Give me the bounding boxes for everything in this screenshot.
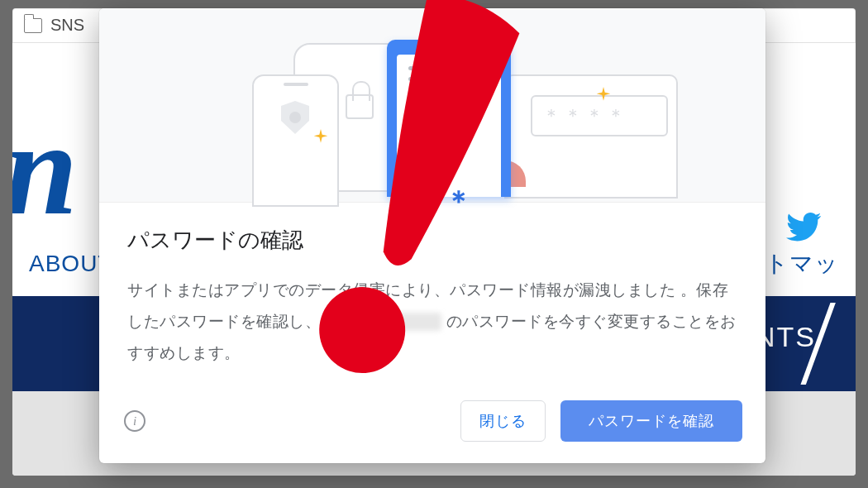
sparkle-icon [595, 87, 612, 103]
close-button[interactable]: 閉じる [460, 400, 546, 442]
dialog-footer: i 閉じる パスワードを確認 [99, 390, 765, 463]
sparkle-icon [479, 17, 503, 40]
banner-decoration [794, 303, 844, 385]
bookmark-folder-label[interactable]: SNS [50, 16, 84, 35]
site-logo-fragment: n [12, 93, 71, 246]
redacted-site-name [326, 313, 441, 331]
dialog-message: サイトまたはアプリでのデータ侵害により、パスワード情報が漏洩しました 。保存した… [127, 275, 737, 369]
clipboard-illustration: ＊＊＊ ＊＊ [387, 40, 511, 197]
lock-icon [346, 94, 374, 119]
dialog-title: パスワードの確認 [127, 226, 737, 255]
laptop-illustration [504, 74, 678, 199]
twitter-icon[interactable] [786, 208, 823, 248]
info-icon[interactable]: i [124, 410, 145, 432]
password-breach-dialog: ＊＊＊＊ ＊＊＊ ＊＊ パスワードの確認 サイトまたはアプリでのデータ侵害により… [99, 8, 765, 463]
sparkle-icon [312, 129, 329, 146]
dialog-body: パスワードの確認 サイトまたはアプリでのデータ侵害により、パスワード情報が漏洩し… [99, 203, 765, 390]
dialog-illustration: ＊＊＊＊ ＊＊＊ ＊＊ [99, 8, 765, 203]
confirm-password-button[interactable]: パスワードを確認 [560, 400, 742, 442]
folder-icon [24, 18, 42, 33]
